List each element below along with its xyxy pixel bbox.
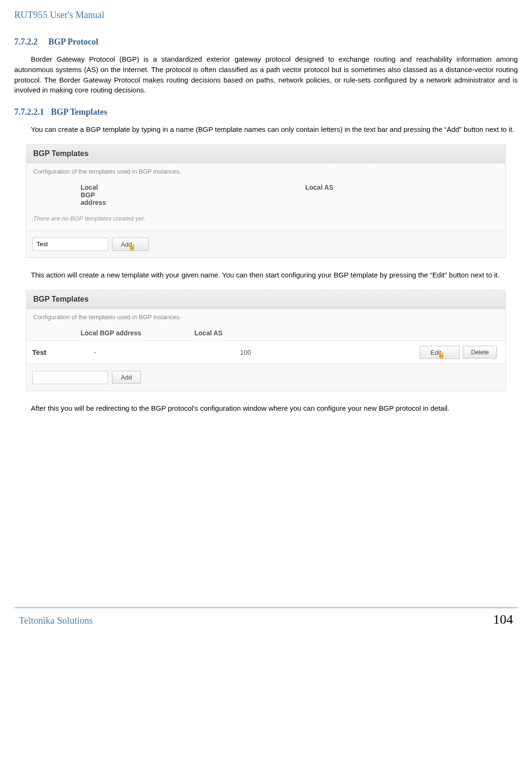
bgp-templates-body-2: This action will create a new template w… [0,267,532,285]
row-local-as: 100 [203,349,288,356]
add-button[interactable]: Add☝ [112,238,149,251]
panel-description: Configuration of the templates used in B… [27,163,505,178]
section-title: BGP Protocol [48,37,98,46]
subsection-number: 7.7.2.2.1 [14,107,44,117]
col-local-bgp-address: Local BGP address [33,184,106,206]
row-local-bgp-address: - [94,349,203,356]
screenshot-bgp-templates-row: BGP Templates Configuration of the templ… [26,290,506,391]
panel-title: BGP Templates [27,145,505,163]
subsection-bgp-templates-heading: 7.7.2.2.1 BGP Templates [0,100,532,122]
panel-column-headers: Local BGP address Local AS [27,178,505,210]
section-bgp-protocol-body: Border Gateway Protocol (BGP) is a stand… [0,52,532,100]
footer-brand: Teltonika Solutions [19,615,93,626]
template-name-input[interactable] [32,371,108,384]
add-template-row: Add☝ [27,231,505,258]
doc-title: RUT955 User's Manual [14,9,104,20]
col-local-bgp-address: Local BGP address [33,329,175,337]
page-number: 104 [493,612,513,627]
section-number: 7.7.2.2 [14,37,38,46]
bgp-templates-body-3: After this you will be redirecting to th… [0,401,532,418]
page-footer: Teltonika Solutions 104 [0,608,532,627]
screenshot-bgp-templates-empty: BGP Templates Configuration of the templ… [26,144,506,258]
section-bgp-protocol-heading: 7.7.2.2 BGP Protocol [0,28,532,52]
edit-button[interactable]: Edit☝ [420,346,460,359]
add-template-row: Add [27,364,505,391]
table-row: Test - 100 Edit☝ Delete [27,341,505,364]
panel-title: BGP Templates [27,290,505,309]
panel-description: Configuration of the templates used in B… [27,309,505,323]
subsection-title: BGP Templates [51,107,108,117]
row-name: Test [32,348,94,356]
delete-button[interactable]: Delete [463,346,497,359]
cursor-icon: ☝ [128,243,136,251]
doc-header: RUT955 User's Manual [0,9,532,28]
panel-empty-message: There are no BGP templates created yet. [27,210,505,231]
col-local-as: Local AS [125,184,333,206]
col-local-as: Local AS [194,329,222,337]
cursor-icon: ☝ [437,351,445,359]
bgp-templates-body-1: You can create a BGP template by typing … [0,122,532,139]
panel-column-headers: Local BGP address Local AS [27,323,505,341]
template-name-input[interactable] [32,238,108,251]
add-button[interactable]: Add [112,371,141,384]
